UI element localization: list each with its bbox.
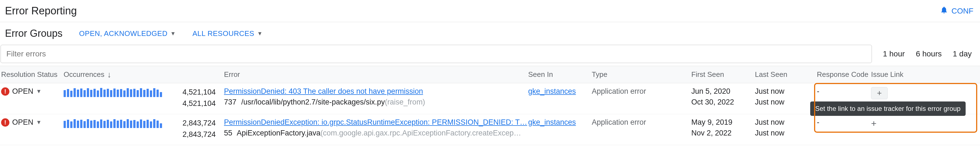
add-issue-link-button[interactable]: + xyxy=(871,118,877,129)
chevron-down-icon: ▼ xyxy=(170,30,176,37)
table-row: ! OPEN ▼ 2,843,724 2,843,724 PermissionD… xyxy=(0,114,980,145)
chevron-down-icon: ▼ xyxy=(257,30,263,37)
col-seen-in[interactable]: Seen In xyxy=(528,70,592,79)
col-occurrences[interactable]: Occurrences ↓ xyxy=(64,70,224,80)
error-path: ApiExceptionFactory.java xyxy=(237,129,320,137)
first-seen-top: Jun 5, 2020 xyxy=(691,87,755,95)
error-cell: PermissionDenied: 403 The caller does no… xyxy=(224,87,528,107)
table-header-row: Resolution Status Occurrences ↓ Error Se… xyxy=(0,66,980,83)
first-seen-bottom: Nov 2, 2022 xyxy=(691,129,755,137)
page-title: Error Reporting xyxy=(5,5,77,17)
error-lineno: 55 xyxy=(224,129,232,137)
seen-in-link[interactable]: gke_instances xyxy=(528,87,576,95)
subheader: Error Groups OPEN, ACKNOWLEDGED ▼ ALL RE… xyxy=(0,22,980,45)
last-seen-cell: Just now Just now xyxy=(755,87,810,107)
subtitle: Error Groups xyxy=(5,28,62,39)
occurrences-sparkline xyxy=(64,118,162,128)
type-cell: Application error xyxy=(592,87,691,95)
seen-in-cell: gke_instances xyxy=(528,87,592,95)
first-seen-top: May 9, 2019 xyxy=(691,118,755,127)
time-opt-1d[interactable]: 1 day xyxy=(953,49,972,58)
add-issue-link-button[interactable]: + xyxy=(871,87,888,99)
col-response-code[interactable]: Response Code xyxy=(810,70,871,79)
status-cell[interactable]: ! OPEN ▼ xyxy=(0,118,64,127)
time-opt-1h[interactable]: 1 hour xyxy=(883,49,905,58)
header-bar: Error Reporting CONF xyxy=(0,0,980,22)
occurrence-count-secondary: 2,843,724 xyxy=(64,130,216,139)
occurrence-count: 4,521,104 xyxy=(183,88,216,97)
col-error[interactable]: Error xyxy=(224,70,528,79)
status-label: OPEN xyxy=(12,118,33,127)
occurrences-sparkline xyxy=(64,87,162,97)
status-filter-label: OPEN, ACKNOWLEDGED xyxy=(79,29,167,38)
first-seen-cell: May 9, 2019 Nov 2, 2022 xyxy=(691,118,755,137)
filter-input[interactable] xyxy=(0,45,872,63)
occurrence-count-secondary: 4,521,104 xyxy=(64,99,216,108)
issue-link-cell: + xyxy=(871,118,948,129)
col-type[interactable]: Type xyxy=(592,70,691,79)
chevron-down-icon: ▼ xyxy=(36,88,42,95)
error-title-link[interactable]: PermissionDeniedException: io.grpc.Statu… xyxy=(224,118,528,127)
error-func: (raise_from) xyxy=(385,98,425,106)
error-status-icon: ! xyxy=(1,87,10,95)
last-seen-bottom: Just now xyxy=(755,129,810,137)
status-filter-dropdown[interactable]: OPEN, ACKNOWLEDGED ▼ xyxy=(79,29,176,38)
last-seen-bottom: Just now xyxy=(755,98,810,107)
last-seen-top: Just now xyxy=(755,87,810,95)
error-lineno: 737 xyxy=(224,98,236,106)
configure-link[interactable]: CONF xyxy=(940,6,974,16)
time-range-options: 1 hour 6 hours 1 day xyxy=(883,49,980,58)
error-location: 737 /usr/local/lib/python2.7/site-packag… xyxy=(224,98,528,107)
filter-row: 1 hour 6 hours 1 day xyxy=(0,45,980,66)
occurrences-cell: 4,521,104 4,521,104 xyxy=(64,87,224,108)
notification-bell-icon xyxy=(940,6,948,16)
resources-filter-label: ALL RESOURCES xyxy=(192,29,255,38)
occurrence-count: 2,843,724 xyxy=(183,119,216,127)
seen-in-link[interactable]: gke_instances xyxy=(528,118,576,126)
col-first-seen[interactable]: First Seen xyxy=(691,70,755,79)
resources-filter-dropdown[interactable]: ALL RESOURCES ▼ xyxy=(192,29,263,38)
first-seen-cell: Jun 5, 2020 Oct 30, 2022 xyxy=(691,87,755,107)
errors-table: Resolution Status Occurrences ↓ Error Se… xyxy=(0,66,980,145)
error-status-icon: ! xyxy=(1,118,10,127)
time-opt-6h[interactable]: 6 hours xyxy=(916,49,942,58)
last-seen-top: Just now xyxy=(755,118,810,127)
status-cell[interactable]: ! OPEN ▼ xyxy=(0,87,64,95)
col-resolution-status[interactable]: Resolution Status xyxy=(0,70,64,79)
occurrences-cell: 2,843,724 2,843,724 xyxy=(64,118,224,139)
issue-link-tooltip: Set the link to an issue tracker for thi… xyxy=(810,102,966,116)
error-path: /usr/local/lib/python2.7/site-packages/s… xyxy=(242,98,385,106)
col-issue-link[interactable]: Issue Link xyxy=(871,70,948,79)
response-code-cell: - xyxy=(810,87,871,95)
col-last-seen[interactable]: Last Seen xyxy=(755,70,810,79)
col-occurrences-label: Occurrences xyxy=(64,70,104,79)
error-location: 55 ApiExceptionFactory.java(com.google.a… xyxy=(224,129,528,137)
issue-link-cell: + Set the link to an issue tracker for t… xyxy=(871,87,948,99)
error-func: (com.google.api.gax.rpc.ApiExceptionFact… xyxy=(320,129,521,137)
error-cell: PermissionDeniedException: io.grpc.Statu… xyxy=(224,118,528,137)
error-title-link[interactable]: PermissionDenied: 403 The caller does no… xyxy=(224,87,528,95)
configure-label: CONF xyxy=(951,6,974,16)
seen-in-cell: gke_instances xyxy=(528,118,592,127)
first-seen-bottom: Oct 30, 2022 xyxy=(691,98,755,107)
status-label: OPEN xyxy=(12,87,33,95)
last-seen-cell: Just now Just now xyxy=(755,118,810,137)
chevron-down-icon: ▼ xyxy=(36,119,42,126)
type-cell: Application error xyxy=(592,118,691,127)
response-code-cell: - xyxy=(810,118,871,127)
sort-descending-icon: ↓ xyxy=(107,70,111,80)
table-row: ! OPEN ▼ 4,521,104 4,521,104 PermissionD… xyxy=(0,83,980,114)
